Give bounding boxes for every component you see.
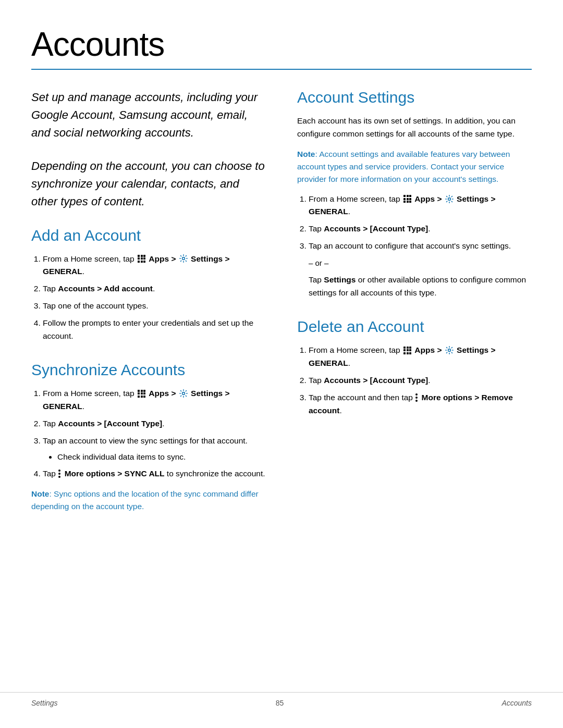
list-item: Tap Accounts > [Account Type]. bbox=[43, 417, 266, 430]
apps-icon bbox=[403, 195, 411, 203]
page-title: Accounts bbox=[31, 25, 532, 64]
list-item: Tap an account to configure that account… bbox=[309, 240, 532, 299]
list-item: From a Home screen, tap Apps > Settings … bbox=[43, 253, 266, 279]
intro-paragraph-2: Depending on the account, you can choose… bbox=[31, 157, 266, 211]
svg-point-0 bbox=[182, 257, 185, 260]
list-item: Tap Accounts > [Account Type]. bbox=[309, 223, 532, 236]
sync-accounts-title: Synchronize Accounts bbox=[31, 361, 266, 379]
page-footer: Settings 85 Accounts bbox=[0, 692, 563, 707]
account-settings-steps: From a Home screen, tap Apps > Settings … bbox=[297, 193, 532, 300]
add-account-steps: From a Home screen, tap Apps > Settings … bbox=[31, 253, 266, 343]
apps-icon bbox=[138, 390, 145, 398]
sync-accounts-steps: From a Home screen, tap Apps > Settings … bbox=[31, 387, 266, 480]
apps-icon bbox=[138, 255, 145, 263]
svg-point-2 bbox=[448, 198, 450, 200]
or-separator: – or – bbox=[309, 257, 532, 269]
list-item: Tap one of the account types. bbox=[43, 300, 266, 313]
account-settings-title: Account Settings bbox=[297, 89, 532, 106]
list-item: Follow the prompts to enter your credent… bbox=[43, 317, 266, 343]
two-column-layout: Set up and manage accounts, including yo… bbox=[31, 89, 532, 520]
right-column: Account Settings Each account has its ow… bbox=[297, 89, 532, 520]
apps-icon bbox=[403, 347, 411, 354]
list-item: Tap an account to view the sync settings… bbox=[43, 435, 266, 464]
apps-label: Apps > bbox=[149, 254, 176, 263]
note-label: Note bbox=[31, 489, 49, 498]
account-settings-intro: Each account has its own set of settings… bbox=[297, 115, 532, 141]
list-item: Check individual data items to sync. bbox=[57, 451, 266, 464]
sync-note: Note: Sync options and the location of t… bbox=[31, 488, 266, 513]
footer-left: Settings bbox=[31, 699, 58, 707]
page-content: Accounts Set up and manage accounts, inc… bbox=[0, 0, 563, 562]
settings-gear-icon bbox=[445, 195, 454, 203]
title-rule bbox=[31, 69, 532, 70]
more-options-icon bbox=[58, 470, 62, 478]
list-item: Tap More options > SYNC ALL to synchroni… bbox=[43, 467, 266, 480]
list-item: Tap Accounts > [Account Type]. bbox=[309, 374, 532, 387]
list-item: Tap the account and then tap More option… bbox=[309, 391, 532, 417]
more-options-icon bbox=[415, 393, 419, 402]
svg-point-1 bbox=[182, 392, 185, 395]
list-item: From a Home screen, tap Apps > Settings … bbox=[43, 387, 266, 413]
settings-gear-icon bbox=[179, 254, 188, 263]
list-item: Tap Accounts > Add account. bbox=[43, 282, 266, 295]
footer-page-number: 85 bbox=[276, 699, 284, 707]
list-item: From a Home screen, tap Apps > Settings … bbox=[309, 344, 532, 370]
footer-right: Accounts bbox=[501, 699, 532, 707]
add-account-title: Add an Account bbox=[31, 227, 266, 244]
settings-general-label: Settings > GENERAL bbox=[43, 254, 230, 276]
sync-bullet-list: Check individual data items to sync. bbox=[43, 451, 266, 464]
note-label: Note bbox=[297, 150, 315, 158]
list-item: From a Home screen, tap Apps > Settings … bbox=[309, 193, 532, 219]
svg-point-3 bbox=[448, 349, 450, 352]
left-column: Set up and manage accounts, including yo… bbox=[31, 89, 266, 520]
or-sub-text: Tap Settings or other available options … bbox=[309, 274, 532, 300]
delete-account-steps: From a Home screen, tap Apps > Settings … bbox=[297, 344, 532, 417]
delete-account-title: Delete an Account bbox=[297, 318, 532, 336]
settings-gear-icon bbox=[179, 389, 188, 398]
account-settings-note: Note: Account settings and available fea… bbox=[297, 148, 532, 186]
settings-gear-icon bbox=[445, 346, 454, 354]
intro-paragraph-1: Set up and manage accounts, including yo… bbox=[31, 89, 266, 142]
